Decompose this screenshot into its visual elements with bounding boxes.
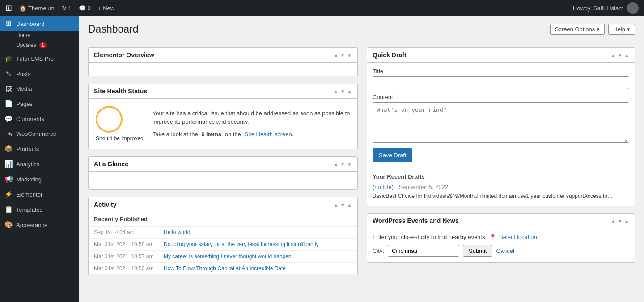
widget-toggle-btn[interactable]: ▾: [347, 52, 352, 59]
sidebar-updates[interactable]: Updates 1: [0, 41, 79, 51]
recent-drafts-title: Your Recent Drafts: [373, 173, 629, 180]
sidebar-item-media[interactable]: 🖼 Media: [0, 81, 79, 96]
sidebar-home[interactable]: Home: [0, 31, 79, 41]
sidebar-item-templates[interactable]: 📋 Templates: [0, 202, 79, 217]
right-column: Quick Draft ▴ ▾ ▴ Title Cont: [367, 47, 635, 275]
quick-draft-header: Quick Draft ▴ ▾ ▴: [367, 48, 635, 63]
activity-date-3: Mar 31st 2021, 10:56 am: [94, 265, 157, 272]
at-a-glance-up-btn[interactable]: ▴: [334, 161, 339, 168]
at-a-glance-header: At a Glance ▴ ▾ ▾: [89, 157, 357, 172]
activity-link-3[interactable]: How To Blow Through Capital At An Incred…: [164, 265, 286, 272]
quick-draft-controls: ▴ ▾ ▴: [611, 52, 629, 59]
quick-draft-widget: Quick Draft ▴ ▾ ▴ Title Cont: [367, 47, 635, 206]
table-row: Sep 1st, 4:04 am Hello world!: [89, 226, 357, 239]
draft-content-input[interactable]: [373, 102, 629, 143]
recently-published-label: Recently Published: [89, 212, 357, 226]
activity-body: Recently Published Sep 1st, 4:04 am Hell…: [89, 212, 357, 275]
location-pin-icon: 📍: [489, 234, 496, 240]
woocommerce-icon: 🛍: [4, 130, 13, 138]
table-row: Mar 31st 2021, 10:58 am Doubling your sa…: [89, 239, 357, 251]
widget-collapse-up-btn[interactable]: ▴: [334, 52, 339, 59]
sidebar-item-dashboard[interactable]: ⊞ Dashboard: [0, 16, 79, 31]
at-a-glance-body: [89, 172, 357, 189]
elementor-overview-widget: Elementor Overview ▴ ▾ ▾: [88, 47, 358, 76]
adminbar-site-name[interactable]: 🏠 Themeum: [19, 5, 55, 12]
draft-link[interactable]: (no title): [373, 184, 394, 190]
activity-widget: Activity ▴ ▾ ▴ Recently Published Sep 1s…: [88, 197, 358, 275]
help-button[interactable]: Help ▾: [608, 24, 635, 35]
activity-down-btn[interactable]: ▾: [340, 201, 345, 208]
home-icon: 🏠: [19, 5, 26, 12]
activity-link-1[interactable]: Doubling your salary, or at the very lea…: [164, 241, 319, 247]
select-location-link[interactable]: Select location: [499, 234, 537, 240]
quick-draft-body: Title Content Save Draft: [367, 63, 635, 168]
tutor-lms-icon: 🎓: [4, 55, 13, 63]
events-location-row: Enter your closest city to find nearby e…: [373, 234, 629, 240]
draft-title-input[interactable]: [373, 76, 629, 89]
sidebar-item-analytics[interactable]: 📊 Analytics: [0, 156, 79, 172]
quick-draft-toggle-btn[interactable]: ▴: [624, 52, 629, 59]
elementor-overview-body: [89, 63, 357, 76]
activity-link-0[interactable]: Hello world!: [164, 229, 192, 235]
main-content: Dashboard Screen Options ▾ Help ▾ Ele: [79, 16, 644, 302]
site-health-link[interactable]: Site Health screen: [244, 131, 292, 138]
activity-link-2[interactable]: My career is something I never thought w…: [164, 253, 292, 260]
sidebar-label-dashboard: Dashboard: [16, 21, 45, 27]
sidebar-item-appearance[interactable]: 🎨 Appearance: [0, 217, 79, 232]
sidebar-item-elementor[interactable]: ⚡ Elementor: [0, 187, 79, 202]
site-health-toggle-btn[interactable]: ▴: [347, 88, 352, 95]
quick-draft-up-btn[interactable]: ▴: [611, 52, 616, 59]
sidebar-item-products[interactable]: 📦 Products: [0, 141, 79, 156]
submit-button[interactable]: Submit: [463, 245, 492, 257]
appearance-icon: 🎨: [4, 221, 13, 229]
activity-up-btn[interactable]: ▴: [334, 201, 339, 208]
screen-options-button[interactable]: Screen Options ▾: [550, 24, 605, 35]
site-health-title: Site Health Status: [94, 88, 147, 95]
city-label: City:: [373, 247, 384, 254]
health-cta: Take a look at the 6 items on the Site H…: [153, 130, 350, 139]
site-health-up-btn[interactable]: ▴: [334, 88, 339, 95]
avatar[interactable]: [627, 2, 639, 14]
adminbar-updates[interactable]: ↻ 1: [62, 5, 72, 12]
activity-date-2: Mar 31st 2021, 10:57 am: [94, 253, 157, 260]
wp-logo[interactable]: ⊞: [5, 3, 12, 13]
at-a-glance-toggle-btn[interactable]: ▾: [347, 161, 352, 168]
sidebar-item-marketing[interactable]: 📢 Marketing: [0, 172, 79, 187]
at-a-glance-down-btn[interactable]: ▾: [340, 161, 345, 168]
dashboard-content: Elementor Overview ▴ ▾ ▾ Site Health Sta…: [79, 40, 644, 282]
cancel-link[interactable]: Cancel: [496, 247, 514, 254]
adminbar-new[interactable]: + New: [98, 5, 114, 12]
activity-toggle-btn[interactable]: ▴: [347, 201, 352, 208]
health-status-label: Should be improved: [96, 135, 144, 142]
chevron-down-icon: ▾: [597, 26, 600, 33]
title-field-group: Title: [373, 68, 629, 89]
quick-draft-down-btn[interactable]: ▾: [618, 52, 623, 59]
events-toggle-btn[interactable]: ▴: [624, 218, 629, 224]
save-draft-button[interactable]: Save Draft: [373, 148, 412, 162]
events-down-btn[interactable]: ▾: [618, 218, 623, 224]
adminbar-comments[interactable]: 💬 0: [79, 5, 91, 12]
sidebar-item-tutor-lms[interactable]: 🎓 Tutor LMS Pro: [0, 51, 79, 66]
table-row: Mar 31st 2021, 10:57 am My career is som…: [89, 251, 357, 263]
media-icon: 🖼: [4, 85, 13, 92]
sidebar-item-posts[interactable]: ✎ Posts: [0, 66, 79, 81]
events-header: WordPress Events and News ▴ ▾ ▴: [367, 214, 635, 228]
events-up-btn[interactable]: ▴: [611, 218, 616, 224]
activity-date-0: Sep 1st, 4:04 am: [94, 229, 157, 235]
page-header: Dashboard Screen Options ▾ Help ▾: [79, 16, 644, 40]
sidebar-item-woocommerce[interactable]: 🛍 WooCommerce: [0, 126, 79, 141]
elementor-overview-controls: ▴ ▾ ▾: [334, 52, 352, 59]
sidebar-item-pages[interactable]: 📄 Pages: [0, 96, 79, 111]
events-widget: WordPress Events and News ▴ ▾ ▴ Enter yo…: [367, 213, 635, 263]
sidebar-item-comments[interactable]: 💬 Comments: [0, 111, 79, 126]
city-input[interactable]: [388, 245, 459, 257]
chevron-down-icon-help: ▾: [627, 26, 630, 33]
content-field-label: Content: [373, 94, 629, 101]
widget-collapse-down-btn[interactable]: ▾: [340, 52, 345, 59]
marketing-icon: 📢: [4, 175, 13, 183]
city-row: City: Submit Cancel: [373, 245, 629, 257]
site-health-down-btn[interactable]: ▾: [340, 88, 345, 95]
table-row: Mar 31st 2021, 10:56 am How To Blow Thro…: [89, 263, 357, 275]
left-column: Elementor Overview ▴ ▾ ▾ Site Health Sta…: [88, 47, 358, 275]
health-description: Your site has a critical issue that shou…: [153, 109, 350, 139]
